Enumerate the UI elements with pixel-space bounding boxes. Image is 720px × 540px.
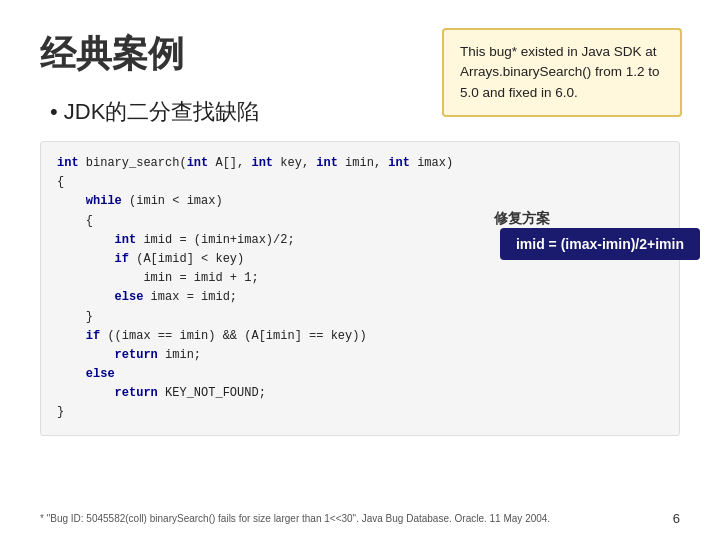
- code-line-14: }: [57, 403, 663, 422]
- code-line-3: while (imin < imax): [57, 192, 663, 211]
- code-line-8: else imax = imid;: [57, 288, 663, 307]
- code-line-2: {: [57, 173, 663, 192]
- code-block: int binary_search(int A[], int key, int …: [40, 141, 680, 436]
- code-line-9: }: [57, 308, 663, 327]
- fix-label: 修复方案: [494, 210, 550, 228]
- code-line-10: if ((imax == imin) && (A[imin] == key)): [57, 327, 663, 346]
- code-line-11: return imin;: [57, 346, 663, 365]
- fix-box: imid = (imax-imin)/2+imin: [500, 228, 700, 260]
- bug-info-box: This bug* existed in Java SDK at Arrays.…: [442, 28, 682, 117]
- code-line-13: return KEY_NOT_FOUND;: [57, 384, 663, 403]
- code-line-1: int binary_search(int A[], int key, int …: [57, 154, 663, 173]
- slide: 经典案例 This bug* existed in Java SDK at Ar…: [0, 0, 720, 540]
- code-line-12: else: [57, 365, 663, 384]
- page-number: 6: [673, 511, 680, 526]
- footnote: * "Bug ID: 5045582(coll) binarySearch() …: [40, 512, 550, 526]
- bug-info-text: This bug* existed in Java SDK at Arrays.…: [460, 44, 660, 100]
- code-line-7: imin = imid + 1;: [57, 269, 663, 288]
